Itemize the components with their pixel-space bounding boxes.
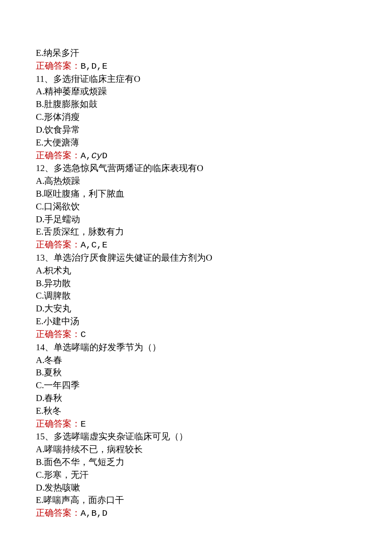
answer-label: 正确答案：: [36, 508, 81, 518]
q14-answer: E: [81, 419, 86, 429]
q13-option-a: A.枳术丸: [36, 265, 71, 276]
q13-stem: 13、单选治疗厌食脾运失健证的最佳方剂为O: [36, 253, 212, 263]
answer-label: 正确答案：: [36, 418, 81, 429]
q13-option-e: E.小建中汤: [36, 316, 79, 326]
q14-option-d: D.春秋: [36, 393, 62, 403]
q14-stem: 14、单选哮喘的好发季节为（）: [36, 342, 161, 352]
q12-option-a: A.高热烦躁: [36, 176, 80, 186]
q15-option-a: A.哮喘持续不已，病程较长: [36, 444, 143, 454]
q15-option-c: C.形寒，无汗: [36, 470, 89, 480]
q13-option-d: D.大安丸: [36, 303, 71, 314]
q13-answer: C: [81, 330, 86, 340]
q11-option-e: E.大便溏薄: [36, 137, 79, 148]
q11-option-b: B.肚腹膨胀如鼓: [36, 99, 98, 109]
q14-option-e: E.秋冬: [36, 406, 61, 416]
q12-option-c: C.口渴欲饮: [36, 201, 80, 212]
q12-stem: 12、多选急惊风气营两燔证的临床表现有O: [36, 163, 203, 173]
q12-option-e: E.舌质深红，脉数有力: [36, 227, 124, 237]
q11-answer: A,CyD: [81, 151, 107, 161]
answer-label: 正确答案：: [36, 329, 81, 339]
q11-option-d: D.饮食异常: [36, 125, 80, 135]
q13-option-c: C.调脾散: [36, 291, 71, 301]
answer-label: 正确答案：: [36, 61, 81, 71]
q13-option-b: B.异功散: [36, 278, 71, 288]
q14-option-a: A.冬春: [36, 355, 62, 365]
q10-option-e: E.纳呆多汗: [36, 48, 79, 58]
q12-answer: A,C,E: [81, 240, 107, 250]
q11-option-a: A.精神萎靡或烦躁: [36, 86, 107, 96]
q14-option-b: B.夏秋: [36, 367, 62, 378]
q15-stem: 15、多选哮喘虚实夹杂证临床可见（）: [36, 431, 188, 442]
q15-answer: A,B,D: [81, 509, 107, 518]
q10-answer: B,D,E: [81, 61, 107, 71]
q12-option-b: B.呕吐腹痛，利下脓血: [36, 189, 124, 199]
answer-label: 正确答案：: [36, 150, 81, 160]
q15-option-b: B.面色不华，气短乏力: [36, 457, 124, 467]
q11-option-c: C.形体消瘦: [36, 112, 80, 122]
q11-stem: 11、多选疳证临床主症有O: [36, 74, 140, 84]
q12-option-d: D.手足蠕动: [36, 214, 80, 224]
document-page: E.纳呆多汗 正确答案：B,D,E 11、多选疳证临床主症有O A.精神萎靡或烦…: [0, 0, 392, 520]
q15-option-d: D.发热咳嗽: [36, 482, 80, 493]
q14-option-c: C.一年四季: [36, 380, 80, 390]
q15-option-e: E.哮喘声高，面赤口干: [36, 495, 124, 505]
answer-label: 正确答案：: [36, 239, 81, 250]
